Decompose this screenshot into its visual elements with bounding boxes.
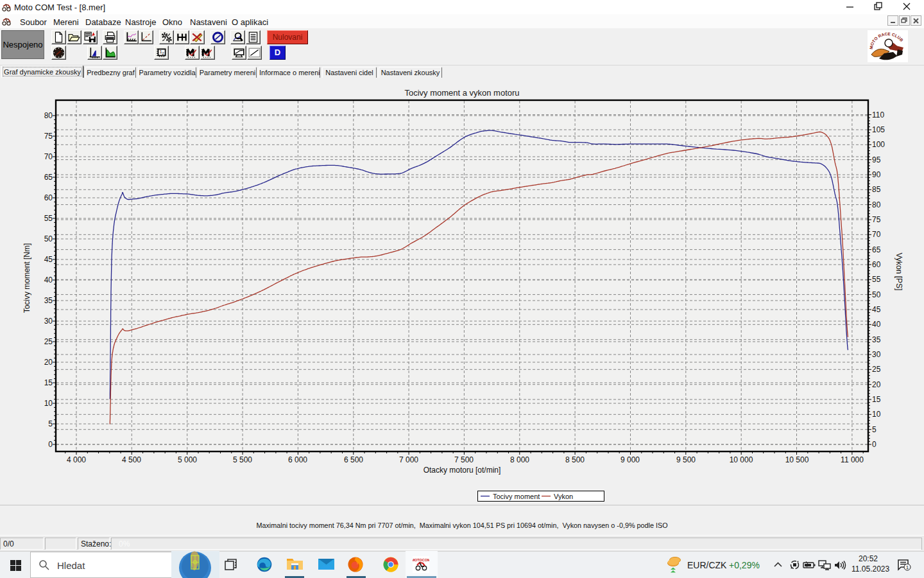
svg-text:5 500: 5 500 (233, 455, 252, 464)
svg-text:Vykon [PS]: Vykon [PS] (894, 253, 903, 291)
svg-text:4 500: 4 500 (122, 455, 141, 464)
svg-text:20: 20 (872, 380, 881, 389)
svg-text:6 500: 6 500 (344, 455, 363, 464)
svg-text:45: 45 (872, 305, 881, 314)
svg-text:70: 70 (872, 230, 881, 239)
svg-text:7 500: 7 500 (454, 455, 474, 464)
svg-text:40: 40 (872, 320, 881, 329)
svg-text:8 000: 8 000 (510, 455, 529, 464)
svg-text:Tocivy moment: Tocivy moment (493, 493, 540, 500)
svg-text:MOTOCOM: MOTOCOM (413, 558, 429, 562)
svg-text:20: 20 (44, 358, 53, 367)
svg-text:15: 15 (44, 378, 53, 387)
svg-text:9 000: 9 000 (620, 455, 640, 464)
svg-text:35: 35 (872, 335, 881, 344)
svg-text:11 000: 11 000 (841, 455, 864, 464)
svg-text:10: 10 (872, 410, 881, 419)
svg-text:0: 0 (48, 440, 53, 449)
svg-text:4 000: 4 000 (67, 455, 86, 464)
svg-text:10 500: 10 500 (785, 455, 809, 464)
svg-text:50: 50 (872, 290, 881, 299)
svg-text:15: 15 (872, 395, 881, 404)
svg-text:2: 2 (162, 51, 164, 55)
svg-text:5: 5 (872, 425, 877, 434)
svg-text:100: 100 (872, 140, 885, 149)
svg-text:9 500: 9 500 (676, 455, 696, 464)
svg-text:7 000: 7 000 (399, 455, 418, 464)
svg-text:25: 25 (872, 365, 881, 374)
svg-text:25: 25 (44, 337, 53, 346)
svg-text:6 000: 6 000 (288, 455, 307, 464)
svg-text:30: 30 (44, 317, 53, 326)
svg-text:95: 95 (872, 155, 881, 164)
svg-text:8 500: 8 500 (565, 455, 585, 464)
svg-text:Tocivy moment [Nm]: Tocivy moment [Nm] (22, 243, 31, 313)
svg-text:55: 55 (44, 214, 53, 223)
svg-text:30: 30 (872, 350, 881, 359)
svg-text:55: 55 (872, 275, 881, 284)
svg-text:10: 10 (44, 399, 53, 408)
svg-text:0: 0 (872, 440, 877, 449)
svg-text:35: 35 (44, 296, 53, 305)
svg-text:65: 65 (44, 173, 53, 182)
svg-text:60: 60 (872, 260, 881, 269)
svg-text:70: 70 (44, 152, 53, 161)
svg-text:5: 5 (48, 419, 53, 428)
svg-text:Vykon: Vykon (554, 493, 573, 500)
svg-text:40: 40 (44, 276, 53, 285)
svg-text:60: 60 (44, 193, 53, 202)
svg-text:80: 80 (44, 111, 53, 120)
svg-text:Tocivy moment a vykon motoru: Tocivy moment a vykon motoru (404, 88, 519, 98)
svg-text:90: 90 (872, 170, 881, 179)
svg-text:10 000: 10 000 (730, 455, 753, 464)
svg-text:80: 80 (872, 200, 881, 209)
svg-text:75: 75 (872, 215, 881, 224)
svg-text:Otacky motoru [ot/min]: Otacky motoru [ot/min] (424, 466, 501, 475)
svg-text:105: 105 (872, 125, 885, 134)
svg-text:1: 1 (906, 565, 909, 570)
svg-text:5 000: 5 000 (178, 455, 197, 464)
svg-text:110: 110 (872, 110, 884, 119)
svg-text:75: 75 (44, 132, 53, 141)
svg-text:50: 50 (44, 234, 53, 243)
svg-text:85: 85 (872, 185, 881, 194)
svg-text:45: 45 (44, 255, 53, 264)
svg-text:65: 65 (872, 245, 881, 254)
